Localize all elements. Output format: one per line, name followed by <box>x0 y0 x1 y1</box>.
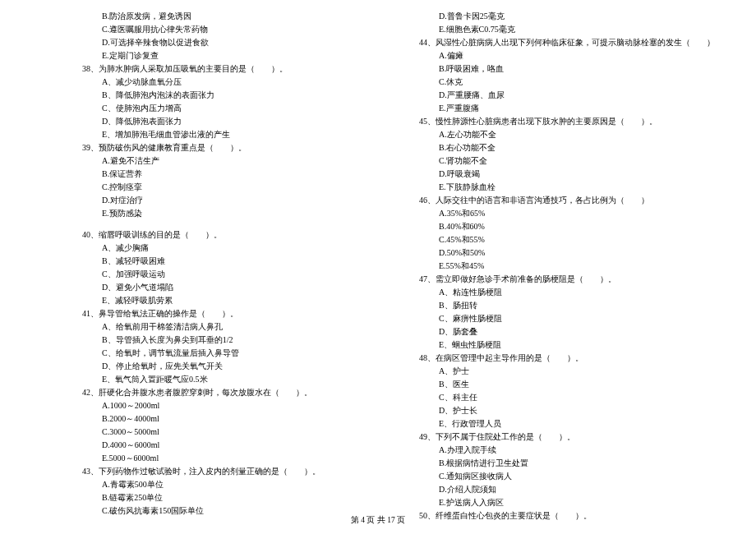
option-text: D.4000～6000ml <box>82 439 329 452</box>
option-text: C、科主任 <box>419 391 715 404</box>
option-text: A、护士 <box>419 365 715 378</box>
option-text: A.左心功能不全 <box>419 128 715 141</box>
option-text: B.呼吸困难，咯血 <box>419 62 715 76</box>
question-text: 43、下列药物作过敏试验时，注入皮内的剂量正确的是（ ）。 <box>82 465 329 478</box>
option-text: A.办理入院手续 <box>419 444 715 457</box>
option-text: B、医生 <box>419 378 715 391</box>
option-text: D、停止给氧时，应先关氧气开关 <box>82 360 329 373</box>
question-text: 49、下列不属于住院处工作的是（ ）。 <box>419 430 715 444</box>
option-text: A.青霉素500单位 <box>82 478 329 491</box>
option-text: A.避免不洁生产 <box>82 154 329 168</box>
option-text: E.护送病人入病区 <box>419 496 715 509</box>
page-container: B.防治原发病，避免诱因C.遵医嘱服用抗心律失常药物D.可选择辛辣食物以促进食欲… <box>0 0 756 534</box>
option-text: E.定期门诊复查 <box>82 49 329 62</box>
option-text: E.细胞色素C0.75毫克 <box>419 23 715 36</box>
option-text: C.遵医嘱服用抗心律失常药物 <box>82 23 329 36</box>
option-text: B.防治原发病，避免诱因 <box>82 10 329 23</box>
option-text: B.根据病情进行卫生处置 <box>419 457 715 470</box>
option-text: A.35%和65% <box>419 207 715 220</box>
option-text: E.5000～6000ml <box>82 452 329 465</box>
spacer <box>82 220 329 228</box>
option-text: C.通知病区接收病人 <box>419 470 715 483</box>
option-text: C、麻痹性肠梗阻 <box>419 312 715 325</box>
option-text: A、粘连性肠梗阻 <box>419 286 715 299</box>
question-text: 46、人际交往中的语言和非语言沟通技巧，各占比例为（ ） <box>419 194 715 207</box>
option-text: D.50%和50% <box>419 246 715 260</box>
option-text: B.保证营养 <box>82 168 329 181</box>
question-text: 44、风湿性心脏病病人出现下列何种临床征象，可提示脑动脉栓塞的发生（ ） <box>419 36 715 49</box>
option-text: C.肾功能不全 <box>419 154 715 168</box>
right-column: D.普鲁卡因25毫克E.细胞色素C0.75毫克44、风湿性心脏病病人出现下列何种… <box>353 10 756 511</box>
option-text: C、给氧时，调节氧流量后插入鼻导管 <box>82 347 329 360</box>
option-text: B、降低肺泡内泡沫的表面张力 <box>82 89 329 102</box>
option-text: E、增加肺泡毛细血管渗出液的产生 <box>82 128 329 141</box>
option-text: B、减轻呼吸困难 <box>82 255 329 268</box>
option-text: D、肠套叠 <box>419 325 715 338</box>
option-text: E.严重腹痛 <box>419 102 715 115</box>
option-text: A.偏瘫 <box>419 49 715 62</box>
option-text: C.3000～5000ml <box>82 426 329 439</box>
option-text: B.40%和60% <box>419 220 715 233</box>
option-text: D、护士长 <box>419 404 715 417</box>
question-text: 40、缩唇呼吸训练的目的是（ ）。 <box>82 228 329 242</box>
option-text: A、减少动脉血氧分压 <box>82 76 329 89</box>
option-text: D、降低肺泡表面张力 <box>82 115 329 128</box>
option-text: E、减轻呼吸肌劳累 <box>82 294 329 307</box>
option-text: D.介绍人院须知 <box>419 483 715 496</box>
option-text: A.1000～2000ml <box>82 399 329 412</box>
question-text: 38、为肺水肿病人采取加压吸氧的主要目的是（ ）。 <box>82 62 329 76</box>
option-text: E.下肢静脉血栓 <box>419 181 715 194</box>
page-footer: 第 4 页 共 17 页 <box>0 515 756 526</box>
option-text: D.可选择辛辣食物以促进食欲 <box>82 36 329 49</box>
option-text: D、避免小气道塌陷 <box>82 281 329 294</box>
question-text: 41、鼻导管给氧法正确的操作是（ ）。 <box>82 307 329 320</box>
question-text: 45、慢性肺源性心脏病患者出现下肢水肿的主要原因是（ ）。 <box>419 115 715 128</box>
option-text: E、氧气筒入置距暖气应0.5米 <box>82 373 329 386</box>
question-text: 39、预防破伤风的健康教育重点是（ ）。 <box>82 141 329 154</box>
question-text: 42、肝硬化合并腹水患者腹腔穿刺时，每次放腹水在（ ）。 <box>82 386 329 399</box>
option-text: D.呼吸衰竭 <box>419 168 715 181</box>
option-text: B.右心功能不全 <box>419 141 715 154</box>
option-text: D.普鲁卡因25毫克 <box>419 10 715 23</box>
option-text: A、给氧前用干棉签清洁病人鼻孔 <box>82 320 329 334</box>
option-text: D.对症治疗 <box>82 194 329 207</box>
option-text: E、蛔虫性肠梗阻 <box>419 338 715 352</box>
option-text: C、使肺泡内压力增高 <box>82 102 329 115</box>
question-text: 48、在病区管理中起主导作用的是（ ）。 <box>419 352 715 365</box>
option-text: B.链霉素250单位 <box>82 491 329 504</box>
option-text: A、减少胸痛 <box>82 242 329 255</box>
option-text: E.55%和45% <box>419 260 715 273</box>
option-text: B.2000～4000ml <box>82 412 329 426</box>
left-column: B.防治原发病，避免诱因C.遵医嘱服用抗心律失常药物D.可选择辛辣食物以促进食欲… <box>0 10 353 511</box>
option-text: C.45%和55% <box>419 233 715 246</box>
option-text: E.预防感染 <box>82 207 329 220</box>
option-text: C.休克 <box>419 76 715 89</box>
option-text: B、导管插入长度为鼻尖到耳垂的1/2 <box>82 334 329 347</box>
question-text: 47、需立即做好急诊手术前准备的肠梗阻是（ ）。 <box>419 273 715 286</box>
option-text: D.严重腰痛、血尿 <box>419 89 715 102</box>
option-text: C.控制痉挛 <box>82 181 329 194</box>
option-text: C、加强呼吸运动 <box>82 268 329 281</box>
option-text: B、肠扭转 <box>419 299 715 312</box>
option-text: E、行政管理人员 <box>419 417 715 430</box>
